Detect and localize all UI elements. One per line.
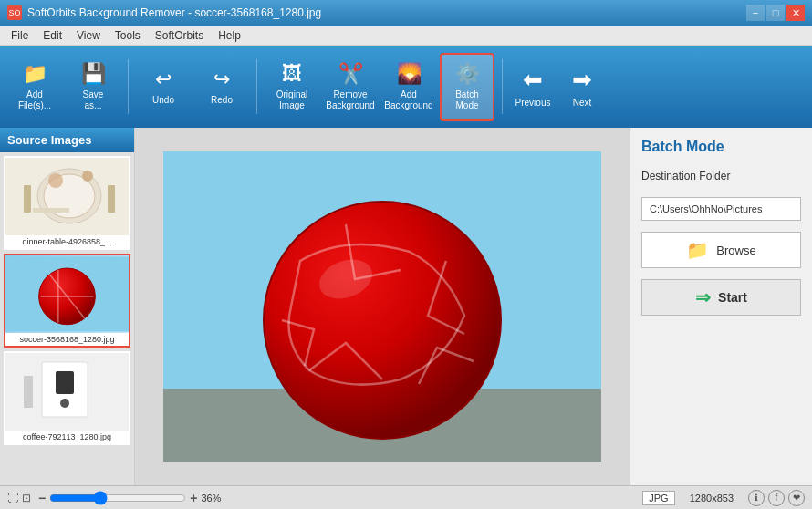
menu-file[interactable]: File (4, 27, 36, 44)
svg-rect-7 (33, 208, 69, 213)
info-icons: ℹ f ❤ (748, 490, 805, 506)
window-controls: − □ ✕ (746, 5, 805, 21)
window-title: SoftOrbits Background Remover - soccer-3… (27, 6, 321, 19)
coffee-label: coffee-792113_1280.jpg (5, 431, 129, 443)
save-as-icon: 💾 (81, 62, 106, 86)
zoom-plus-button[interactable]: + (190, 491, 197, 505)
statusbar: ⛶ ⊡ − + 36% JPG 1280x853 ℹ f ❤ (0, 485, 812, 509)
zoom-control: − + 36% (38, 491, 635, 505)
separator-3 (502, 59, 503, 114)
redo-icon: ↪ (213, 68, 230, 91)
file-format-badge: JPG (642, 491, 674, 505)
original-image-label: OriginalImage (276, 89, 307, 111)
svg-rect-16 (56, 371, 74, 394)
add-background-button[interactable]: 🌄 AddBackground (381, 53, 436, 121)
redo-button[interactable]: ↪ Redo (194, 53, 249, 121)
menu-edit[interactable]: Edit (36, 27, 69, 44)
maximize-button[interactable]: □ (766, 5, 785, 21)
soccer-thumb-svg (5, 255, 129, 333)
original-image-button[interactable]: 🖼 OriginalImage (265, 53, 319, 121)
menu-help[interactable]: Help (211, 27, 248, 44)
main-canvas-svg (163, 151, 601, 462)
add-files-button[interactable]: 📁 AddFile(s)... (7, 53, 62, 121)
separator-1 (128, 59, 129, 114)
next-label: Next (573, 98, 592, 108)
previous-label: Previous (515, 98, 551, 108)
destination-label: Destination Folder (641, 170, 801, 182)
previous-icon: ⬅ (523, 66, 543, 94)
fit-icon[interactable]: ⊡ (22, 492, 31, 504)
menu-view[interactable]: View (69, 27, 108, 44)
browse-label: Browse (716, 244, 755, 257)
info-icon-3[interactable]: ❤ (788, 490, 805, 506)
image-dimensions: 1280x853 (690, 493, 734, 504)
undo-button[interactable]: ↩ Undo (136, 53, 191, 121)
info-icon-1[interactable]: ℹ (748, 490, 765, 506)
svg-rect-18 (24, 376, 33, 408)
start-button[interactable]: ⇒ Start (641, 279, 801, 316)
soccer-label: soccer-3568168_1280.jpg (5, 333, 129, 346)
separator-2 (256, 59, 257, 114)
titlebar: SO SoftOrbits Background Remover - socce… (0, 0, 812, 26)
save-as-label: Saveas... (83, 89, 104, 111)
svg-rect-3 (24, 185, 31, 213)
next-button[interactable]: ➡ Next (559, 53, 605, 121)
toolbar: 📁 AddFile(s)... 💾 Saveas... ↩ Undo ↪ Red… (0, 46, 812, 128)
remove-background-icon: ✂️ (338, 62, 363, 86)
zoom-minus-button[interactable]: − (38, 491, 46, 505)
list-item[interactable]: dinner-table-4926858_... (4, 156, 130, 250)
next-icon: ➡ (572, 66, 592, 94)
status-right: JPG 1280x853 ℹ f ❤ (642, 490, 805, 506)
sidebar: Source Images (0, 128, 135, 485)
add-background-label: AddBackground (384, 89, 432, 111)
remove-background-button[interactable]: ✂️ RemoveBackground (323, 53, 378, 121)
folder-path-input[interactable] (641, 197, 801, 221)
main-image (163, 151, 601, 462)
batch-mode-title: Batch Mode (641, 139, 801, 155)
start-label: Start (718, 290, 747, 305)
menu-softorbits[interactable]: SoftOrbits (148, 27, 211, 44)
undo-label: Undo (152, 95, 174, 106)
info-icon-2[interactable]: f (768, 490, 785, 506)
minimize-button[interactable]: − (746, 5, 765, 21)
menubar: File Edit View Tools SoftOrbits Help (0, 26, 812, 46)
zoom-value: 36% (201, 493, 221, 504)
dinner-label: dinner-table-4926858_... (5, 235, 129, 248)
zoom-slider[interactable] (49, 491, 186, 505)
main-area: Source Images (0, 128, 812, 485)
batch-mode-icon: ⚙️ (455, 62, 480, 86)
svg-point-22 (264, 202, 501, 439)
svg-point-5 (48, 173, 63, 188)
previous-button[interactable]: ⬅ Previous (510, 53, 556, 121)
expand-icon[interactable]: ⛶ (7, 492, 18, 504)
close-button[interactable]: ✕ (786, 5, 805, 21)
svg-point-17 (60, 399, 69, 408)
svg-rect-4 (108, 185, 115, 213)
status-icons-left: ⛶ ⊡ (7, 492, 31, 504)
add-files-label: AddFile(s)... (18, 89, 51, 111)
soccer-thumb (5, 255, 129, 333)
sidebar-title: Source Images (0, 128, 134, 152)
redo-label: Redo (211, 95, 233, 106)
coffee-thumb-svg (5, 353, 129, 431)
original-image-icon: 🖼 (282, 62, 302, 86)
folder-icon: 📁 (686, 239, 709, 261)
add-files-icon: 📁 (23, 62, 47, 86)
add-background-icon: 🌄 (397, 62, 422, 86)
list-item[interactable]: coffee-792113_1280.jpg (4, 351, 130, 445)
batch-mode-label: BatchMode (455, 89, 479, 111)
undo-icon: ↩ (155, 68, 172, 91)
canvas-area[interactable] (135, 128, 630, 485)
coffee-thumb (5, 353, 129, 431)
menu-tools[interactable]: Tools (108, 27, 148, 44)
dinner-thumb (5, 158, 129, 235)
dinner-thumb-svg (5, 158, 129, 235)
list-item[interactable]: soccer-3568168_1280.jpg (4, 254, 130, 348)
app-icon: SO (7, 5, 22, 20)
remove-background-label: RemoveBackground (326, 89, 374, 111)
right-panel: Batch Mode Destination Folder 📁 Browse ⇒… (630, 128, 812, 485)
batch-mode-button[interactable]: ⚙️ BatchMode (440, 53, 494, 121)
save-as-button[interactable]: 💾 Saveas... (66, 53, 120, 121)
svg-point-6 (82, 171, 93, 182)
browse-button[interactable]: 📁 Browse (641, 232, 801, 268)
